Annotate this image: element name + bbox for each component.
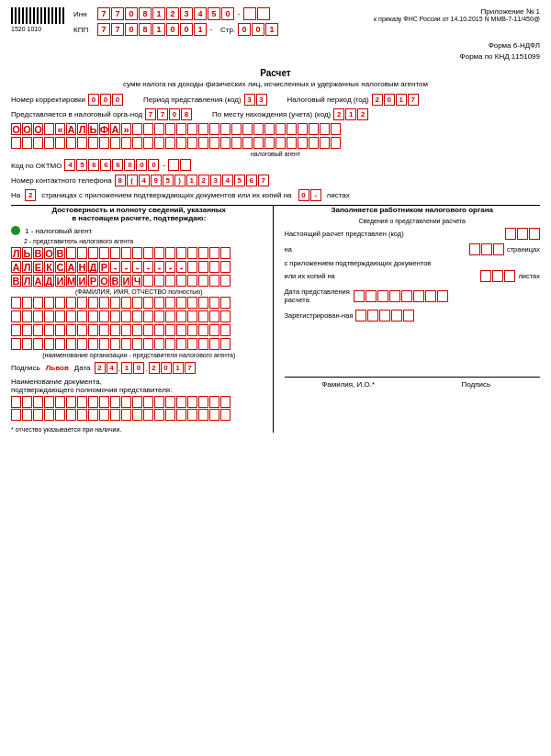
correction-cells: 0 0 0: [88, 94, 123, 106]
dc1-c20: [220, 396, 231, 408]
on1-c28: [309, 123, 319, 135]
sr2-c13: [143, 310, 153, 322]
right-column: Заполняется работником налогового органа…: [281, 206, 541, 433]
top-header: 1520 1010 Инн 7 7 0 8 1 2 3 4 5 0 -: [11, 7, 540, 39]
sr1-c18: [198, 297, 208, 309]
on1-c2: О: [22, 123, 32, 135]
nm2-c19: [209, 261, 219, 273]
org-name-row1: О О О « А Л Ь Ф А »: [11, 123, 540, 135]
dc1-c12: [132, 396, 142, 408]
corr-c1: 0: [88, 94, 99, 106]
page-cell-1: 0: [238, 23, 251, 36]
sr2-c4: [44, 310, 54, 322]
on1-c25: [276, 123, 286, 135]
zar-cells: [355, 310, 414, 322]
on2-c7: [77, 137, 87, 149]
ok-c4: 6: [100, 159, 111, 171]
on2-c8: [88, 137, 98, 149]
sr1-c6: [66, 297, 76, 309]
page: 1520 1010 Инн 7 7 0 8 1 2 3 4 5 0 -: [0, 0, 551, 756]
sr3-c8: [88, 324, 98, 336]
per-c1: 3: [244, 94, 255, 106]
kpp-cell-2: 7: [111, 23, 124, 36]
nm2-c5: С: [55, 261, 65, 273]
phone-label: Номер контактного телефона: [11, 176, 112, 185]
on1-c17: [187, 123, 197, 135]
ok-c9: [168, 159, 179, 171]
appendix-area: Приложение № 1 к приказу ФНС России от 1…: [374, 7, 540, 22]
ph-c9: 3: [210, 175, 221, 186]
on2-c17: [187, 137, 197, 149]
dc1-c3: [33, 396, 43, 408]
nm3-c20: [220, 275, 231, 287]
pres-c1: 7: [145, 108, 156, 120]
on1-c29: [320, 123, 330, 135]
on2-c14: [154, 137, 164, 149]
nm2-c7: Н: [77, 261, 87, 273]
on2-c23: [253, 137, 264, 149]
dc2-c9: [99, 409, 109, 421]
on2-c16: [176, 137, 186, 149]
dc1-c2: [22, 396, 32, 408]
sr2-c16: [176, 310, 186, 322]
on1-c13: [143, 123, 153, 135]
dd-c2: 4: [107, 362, 118, 374]
zc-c1: [355, 310, 366, 322]
corr-c2: 0: [100, 94, 111, 106]
sr1-c8: [88, 297, 98, 309]
barcode-number: 1520 1010: [11, 26, 41, 32]
zc-c5: [403, 310, 414, 322]
dc2-c18: [198, 409, 208, 421]
sr1-c4: [44, 297, 54, 309]
on2-c29: [320, 137, 330, 149]
ph-c11: 5: [234, 175, 245, 186]
sr3-c20: [220, 324, 231, 336]
sign-row3: [11, 324, 267, 336]
str-label: страницах: [507, 245, 540, 254]
pc-c1: [505, 228, 516, 240]
nm2-c14: -: [154, 261, 164, 273]
on2-c13: [143, 137, 153, 149]
presented-row: Представляется в налоговый орга-нод 7 7 …: [11, 108, 540, 120]
zc-c2: [367, 310, 378, 322]
option2-label: 2 - представитель налогового агента: [11, 238, 267, 244]
sr2-c10: [110, 310, 120, 322]
sr3-c18: [198, 324, 208, 336]
name-row1: Л Ь В О В: [11, 247, 267, 259]
fio-label: (ФАМИЛИЯ, ИМЯ, ОТЧЕСТВО полностью): [11, 288, 267, 295]
sr1-c2: [22, 297, 32, 309]
present-calc-cells: [505, 228, 540, 240]
nm3-c11: И: [121, 275, 131, 287]
sr4-c12: [132, 338, 142, 350]
doc-cells-1: [11, 396, 267, 408]
on2-c22: [242, 137, 253, 149]
lc-c2: [492, 270, 503, 282]
on2-c18: [198, 137, 208, 149]
sr1-c11: [121, 297, 131, 309]
on1-c21: [231, 123, 242, 135]
period-label: Период представления (код): [143, 96, 242, 104]
dc2-c15: [165, 409, 175, 421]
on1-c18: [198, 123, 208, 135]
nm3-c14: [154, 275, 164, 287]
sig-name: Львов: [46, 364, 69, 372]
kpp-label: КПП: [73, 26, 94, 34]
pages-label: страницах с приложением подтверждающих д…: [41, 191, 291, 199]
dpc-c8: [437, 290, 448, 302]
dc2-c5: [55, 409, 65, 421]
nm1-c11: [121, 247, 131, 259]
sr1-c10: [110, 297, 120, 309]
loc-c2: 1: [345, 108, 356, 120]
main-title: Расчет: [11, 68, 540, 78]
ph-c3: 4: [139, 175, 150, 186]
dc2-c17: [187, 409, 197, 421]
form-name: Форма 6-НДФЛ: [11, 40, 540, 51]
org-repr-label: (наименование организации - представител…: [11, 352, 267, 358]
date-month-cells: 1 0: [121, 362, 144, 374]
on2-c19: [209, 137, 219, 149]
on2-c24: [264, 137, 275, 149]
dc2-c7: [77, 409, 87, 421]
on1-c22: [242, 123, 253, 135]
sr2-c18: [198, 310, 208, 322]
listov-cells: [480, 270, 515, 282]
